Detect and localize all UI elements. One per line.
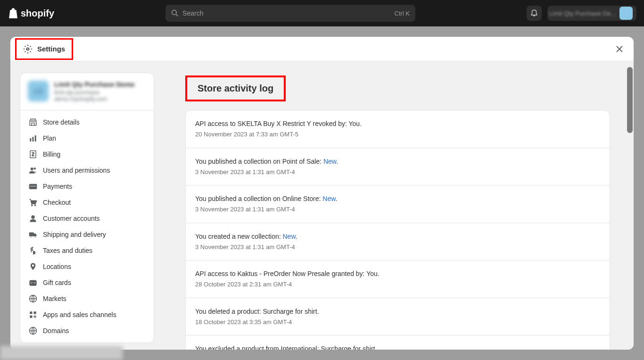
- store-avatar: [619, 7, 633, 20]
- svg-rect-24: [30, 311, 32, 314]
- sidebar-item-gift-cards[interactable]: Gift cards: [20, 275, 154, 291]
- sidebar-item-label: Gift cards: [43, 279, 71, 286]
- page-title-highlight: Store activity log: [185, 75, 286, 101]
- log-entry: You published a collection on Point of S…: [186, 148, 610, 186]
- shopify-logo[interactable]: shopify: [8, 8, 54, 19]
- sidebar-item-locations[interactable]: Locations: [20, 259, 154, 275]
- log-entry-link[interactable]: New: [323, 158, 336, 165]
- store-name: Limit Qty Purchase Demo: [54, 81, 146, 88]
- search-input[interactable]: Search Ctrl K: [165, 5, 415, 22]
- bell-icon: [530, 9, 538, 17]
- sidebar-item-label: Payments: [43, 183, 72, 190]
- svg-rect-7: [35, 135, 36, 142]
- top-actions: Limit Qty Purchase De...: [527, 6, 636, 21]
- sidebar-item-label: Plan: [43, 134, 56, 142]
- sidebar-item-shipping[interactable]: Shipping and delivery: [20, 226, 154, 243]
- sidebar-item-markets[interactable]: Markets: [20, 291, 154, 307]
- svg-rect-6: [33, 137, 34, 142]
- sidebar-item-label: Markets: [43, 295, 66, 302]
- sidebar-item-users[interactable]: Users and permissions: [20, 162, 154, 178]
- svg-point-16: [30, 236, 32, 237]
- location-icon: [29, 262, 37, 271]
- log-entry-link[interactable]: New: [322, 195, 335, 202]
- activity-log-card: API access to SKELTA Buy X Restrict Y re…: [185, 110, 610, 350]
- globe-icon: [29, 294, 37, 303]
- top-bar: shopify Search Ctrl K Limit Qty Purchase…: [0, 0, 644, 26]
- sidebar-item-plan[interactable]: Plan: [20, 130, 154, 146]
- gift-icon: [29, 278, 37, 287]
- apps-icon: [29, 310, 37, 319]
- settings-header-highlight: Settings: [15, 38, 73, 60]
- search-container: Search Ctrl K: [62, 5, 519, 22]
- sidebar-item-checkout[interactable]: Checkout: [20, 194, 154, 210]
- svg-rect-5: [30, 138, 31, 142]
- close-button[interactable]: [613, 42, 626, 56]
- log-entry: You published a collection on Online Sto…: [186, 185, 610, 223]
- log-entry-date: 3 November 2023 at 1:31 am GMT-4: [195, 243, 600, 252]
- store-card-avatar: LD: [28, 81, 49, 101]
- svg-rect-12: [30, 186, 37, 187]
- users-icon: [29, 166, 37, 175]
- svg-point-10: [34, 167, 36, 170]
- settings-content: Store activity log API access to SKELTA …: [154, 61, 634, 350]
- svg-rect-22: [33, 281, 33, 286]
- sidebar-item-label: Customer accounts: [43, 215, 100, 222]
- sidebar-item-apps[interactable]: Apps and sales channels: [20, 307, 154, 323]
- log-entry-text: You published a collection on Online Sto…: [195, 194, 600, 204]
- log-entry-date: 20 November 2023 at 7:33 am GMT-5: [195, 130, 600, 139]
- search-placeholder: Search: [182, 9, 203, 17]
- svg-rect-26: [30, 316, 32, 318]
- modal-header: Settings: [10, 37, 634, 61]
- taxes-icon: [29, 246, 37, 255]
- log-entry: API access to Kaktus - PreOrder Now Pres…: [186, 260, 610, 298]
- log-entry-text: API access to Kaktus - PreOrder Now Pres…: [195, 269, 600, 279]
- sidebar-item-label: Locations: [43, 263, 71, 270]
- store-url: limit-qty-purchase-demo.myshopify.com: [54, 89, 146, 102]
- sidebar-item-domains[interactable]: Domains: [20, 323, 154, 339]
- log-entry-text: You published a collection on Point of S…: [195, 157, 600, 167]
- sidebar-item-label: Taxes and duties: [43, 247, 92, 254]
- log-entry-text: API access to SKELTA Buy X Restrict Y re…: [195, 119, 600, 129]
- plan-icon: [29, 134, 37, 142]
- svg-point-14: [34, 205, 35, 206]
- sidebar-item-taxes[interactable]: Taxes and duties: [20, 243, 154, 259]
- billing-icon: [29, 150, 37, 159]
- cart-icon: [29, 198, 37, 207]
- payments-icon: [29, 182, 37, 191]
- sidebar-item-label: Store details: [43, 118, 80, 126]
- sidebar-item-label: Checkout: [43, 199, 71, 206]
- svg-line-1: [176, 14, 178, 16]
- store-info-card[interactable]: LD Limit Qty Purchase Demo limit-qty-pur…: [20, 73, 154, 110]
- log-entry: You excluded a product from Internationa…: [186, 335, 610, 350]
- log-entry: You created a new collection: New.3 Nove…: [186, 223, 610, 261]
- log-entry-text: You deleted a product: Surcharge for shi…: [195, 307, 600, 317]
- person-icon: [29, 214, 37, 223]
- scrollbar[interactable]: [627, 67, 633, 133]
- domains-icon: [29, 327, 37, 335]
- bottom-blur-overlay: [0, 346, 123, 360]
- search-icon: [171, 9, 179, 17]
- log-entry-date: 3 November 2023 at 1:31 am GMT-4: [195, 205, 600, 214]
- store-icon: [29, 118, 37, 126]
- sidebar-item-customer-accounts[interactable]: Customer accounts: [20, 210, 154, 226]
- log-entry-text: You excluded a product from Internationa…: [195, 344, 600, 350]
- shopify-bag-icon: [8, 8, 19, 19]
- settings-nav: Store details Plan Billing Users and per…: [20, 110, 154, 343]
- log-entry-date: 3 November 2023 at 1:31 am GMT-4: [195, 167, 600, 177]
- sidebar-item-payments[interactable]: Payments: [20, 178, 154, 194]
- svg-point-0: [172, 10, 177, 15]
- svg-point-13: [32, 205, 33, 206]
- sidebar-item-label: Billing: [43, 151, 60, 158]
- store-menu-button[interactable]: Limit Qty Purchase De...: [547, 6, 636, 21]
- notifications-button[interactable]: [527, 6, 542, 21]
- log-entry-date: 18 October 2023 at 3:35 am GMT-4: [195, 318, 600, 327]
- svg-point-17: [34, 236, 36, 237]
- store-badge-text: Limit Qty Purchase De...: [549, 10, 616, 17]
- sidebar-item-billing[interactable]: Billing: [20, 146, 154, 162]
- modal-title: Settings: [37, 45, 65, 53]
- log-entry-link[interactable]: New: [283, 233, 296, 240]
- log-entry-text: You created a new collection: New.: [195, 232, 600, 242]
- sidebar-item-label: Apps and sales channels: [43, 311, 116, 318]
- settings-modal: Settings LD Limit Qty Purchase Demo limi…: [10, 37, 634, 350]
- sidebar-item-store-details[interactable]: Store details: [20, 114, 154, 130]
